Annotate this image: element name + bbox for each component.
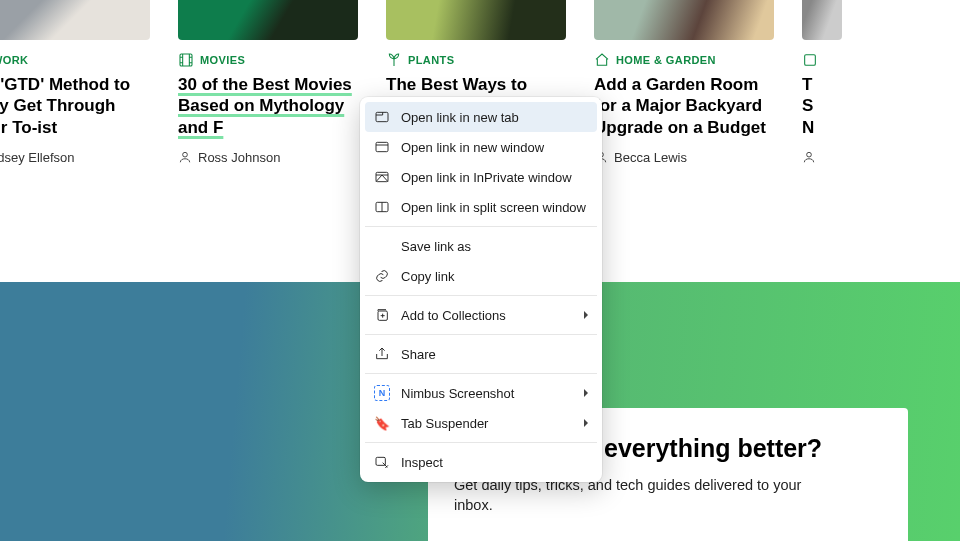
- ctx-nimbus[interactable]: N Nimbus Screenshot: [365, 378, 597, 408]
- ctx-label: Add to Collections: [401, 308, 573, 323]
- category-row[interactable]: MOVIES: [178, 52, 358, 68]
- article-card[interactable]: MOVIES 30 of the Best Movies Based on My…: [178, 0, 358, 165]
- ctx-label: Inspect: [401, 455, 588, 470]
- tab-suspender-icon: 🔖: [374, 415, 390, 431]
- ctx-open-inprivate[interactable]: Open link in InPrivate window: [365, 162, 597, 192]
- split-icon: [374, 199, 390, 215]
- generic-icon: [802, 52, 818, 68]
- inprivate-icon: [374, 169, 390, 185]
- article-thumbnail[interactable]: [594, 0, 774, 40]
- collections-icon: [374, 307, 390, 323]
- ctx-label: Open link in InPrivate window: [401, 170, 588, 185]
- ctx-label: Share: [401, 347, 588, 362]
- author-row[interactable]: [802, 150, 842, 164]
- article-thumbnail[interactable]: [0, 0, 150, 40]
- ctx-save-link-as[interactable]: Save link as: [365, 231, 597, 261]
- context-menu: Open link in new tab Open link in new wi…: [360, 97, 602, 482]
- ctx-label: Copy link: [401, 269, 588, 284]
- ctx-separator: [365, 295, 597, 296]
- article-title[interactable]: 30 of the Best Movies Based on Mythology…: [178, 74, 358, 138]
- ctx-open-split[interactable]: Open link in split screen window: [365, 192, 597, 222]
- category-row[interactable]: PLANTS: [386, 52, 566, 68]
- nimbus-icon: N: [374, 385, 390, 401]
- article-thumbnail[interactable]: [178, 0, 358, 40]
- ctx-separator: [365, 373, 597, 374]
- share-icon: [374, 346, 390, 362]
- tab-icon: [374, 109, 390, 125]
- category-label: MOVIES: [200, 54, 245, 66]
- category-label: HOME & GARDEN: [616, 54, 716, 66]
- ctx-inspect[interactable]: Inspect: [365, 447, 597, 477]
- svg-rect-8: [376, 142, 388, 151]
- plant-icon: [386, 52, 402, 68]
- category-label: PLANTS: [408, 54, 454, 66]
- article-card[interactable]: WORK the 'GTD' Method to ually Get Throu…: [0, 0, 150, 165]
- author-name: ndsey Ellefson: [0, 150, 75, 165]
- author-row[interactable]: ndsey Ellefson: [0, 150, 150, 165]
- ctx-copy-link[interactable]: Copy link: [365, 261, 597, 291]
- ctx-share[interactable]: Share: [365, 339, 597, 369]
- ctx-label: Open link in new window: [401, 140, 588, 155]
- svg-point-3: [183, 153, 188, 158]
- author-row[interactable]: Becca Lewis: [594, 150, 774, 165]
- ctx-separator: [365, 226, 597, 227]
- author-name: Ross Johnson: [198, 150, 280, 165]
- person-icon: [802, 150, 816, 164]
- category-label: WORK: [0, 54, 28, 66]
- ctx-label: Open link in split screen window: [401, 200, 588, 215]
- author-name: Becca Lewis: [614, 150, 687, 165]
- svg-rect-5: [805, 55, 816, 66]
- ctx-separator: [365, 334, 597, 335]
- ctx-open-new-tab[interactable]: Open link in new tab: [365, 102, 597, 132]
- article-thumbnail[interactable]: [802, 0, 842, 40]
- ctx-label: Save link as: [401, 239, 588, 254]
- category-row[interactable]: HOME & GARDEN: [594, 52, 774, 68]
- film-icon: [178, 52, 194, 68]
- link-icon: [374, 268, 390, 284]
- category-row[interactable]: [802, 52, 842, 68]
- article-thumbnail[interactable]: [386, 0, 566, 40]
- submenu-arrow-icon: [584, 389, 588, 397]
- ctx-separator: [365, 442, 597, 443]
- category-row[interactable]: WORK: [0, 52, 150, 68]
- ctx-label: Tab Suspender: [401, 416, 573, 431]
- article-card[interactable]: HOME & GARDEN Add a Garden Room for a Ma…: [594, 0, 774, 165]
- svg-point-6: [807, 152, 812, 157]
- inspect-icon: [374, 454, 390, 470]
- home-icon: [594, 52, 610, 68]
- ctx-label: Nimbus Screenshot: [401, 386, 573, 401]
- article-card[interactable]: T S N: [802, 0, 842, 165]
- ctx-open-new-window[interactable]: Open link in new window: [365, 132, 597, 162]
- ctx-tab-suspender[interactable]: 🔖 Tab Suspender: [365, 408, 597, 438]
- window-icon: [374, 139, 390, 155]
- submenu-arrow-icon: [584, 419, 588, 427]
- svg-rect-7: [376, 112, 388, 121]
- article-title[interactable]: Add a Garden Room for a Major Backyard U…: [594, 74, 774, 138]
- author-row[interactable]: Ross Johnson: [178, 150, 358, 165]
- article-title[interactable]: T S N: [802, 74, 842, 138]
- svg-rect-2: [180, 54, 192, 66]
- article-title[interactable]: the 'GTD' Method to ually Get Through Yo…: [0, 74, 150, 138]
- person-icon: [178, 150, 192, 164]
- ctx-add-collections[interactable]: Add to Collections: [365, 300, 597, 330]
- ctx-label: Open link in new tab: [401, 110, 588, 125]
- submenu-arrow-icon: [584, 311, 588, 319]
